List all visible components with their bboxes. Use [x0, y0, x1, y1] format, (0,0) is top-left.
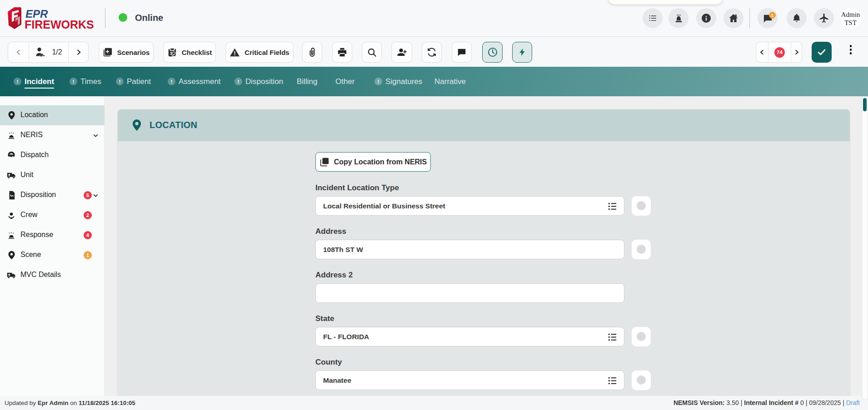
svg-text:FIREWORKS: FIREWORKS	[25, 18, 94, 30]
